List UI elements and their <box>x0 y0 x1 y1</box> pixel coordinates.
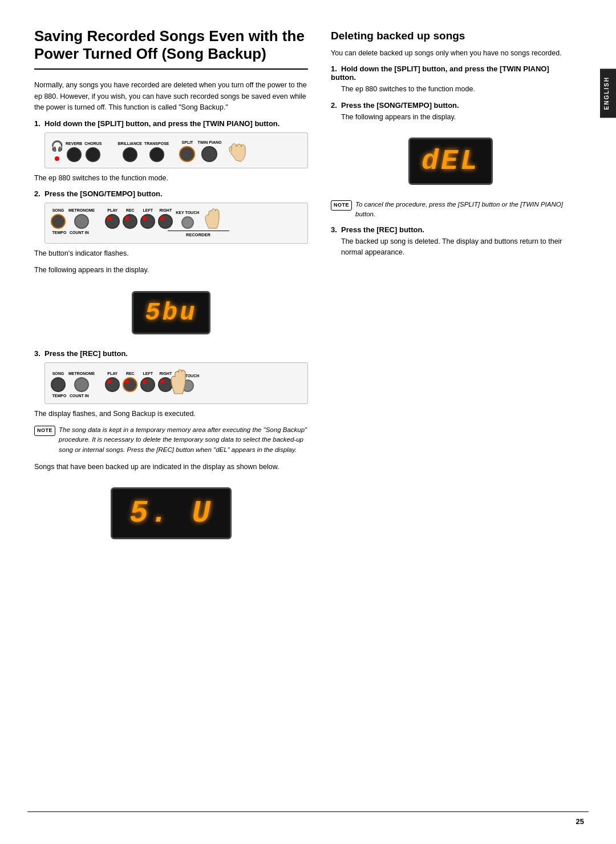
song-button-d3 <box>51 377 66 392</box>
hand-svg-3 <box>168 368 196 396</box>
right-step-2-sub: The following appears in the display. <box>341 112 570 123</box>
tempo-label-d3: TEMPO <box>52 394 67 398</box>
play-label-d2: PLAY <box>107 208 117 212</box>
chorus-btn-col: CHORUS <box>84 142 102 162</box>
step-2: 2. Press the [SONG/TEMPO] button. SONG <box>34 189 308 342</box>
lcd-del-center: dEL <box>331 130 570 193</box>
page-title: Saving Recorded Songs Even with the Powe… <box>34 27 308 70</box>
page: ENGLISH Saving Recorded Songs Even with … <box>0 0 616 844</box>
lcd-display-2-center: 5. U <box>34 479 308 547</box>
step-2-number: 2. <box>34 189 40 198</box>
chorus-button <box>86 147 100 162</box>
rec-btn-col-d3: REC <box>123 371 137 392</box>
left-button-d3 <box>140 377 155 392</box>
lcd-text-2: 5. U <box>129 496 213 531</box>
play-button-d3 <box>105 377 120 392</box>
right-indicator-d3 <box>160 379 164 383</box>
right-step-3-sub: The backed up song is deleted. The displ… <box>341 236 570 259</box>
left-button-d2 <box>140 214 155 229</box>
play-btn-col-d3: PLAY <box>105 371 120 392</box>
step-2-sub1: The button's indicator flashes. <box>34 248 308 259</box>
reverb-btn-col: REVERB <box>66 142 82 162</box>
right-step-3-text: Press the [REC] button. <box>341 225 424 234</box>
right-step-1-text: Hold down the [SPLIT] button, and press … <box>331 64 549 82</box>
twin-piano-label: TWIN PIANO <box>197 140 221 144</box>
main-content: Saving Recorded Songs Even with the Powe… <box>0 0 600 844</box>
songs-text: Songs that have been backed up are indic… <box>34 462 308 473</box>
hand-pointer-3 <box>168 368 196 398</box>
lcd-display-1-center: 5bu <box>34 283 308 342</box>
left-btn-col-d2: LEFT <box>140 208 155 229</box>
step-3-text: Press the [REC] button. <box>44 349 128 358</box>
metronome-label-d3: METRONOME <box>68 371 95 375</box>
step-1-text: Hold down the [SPLIT] button, and press … <box>44 119 279 128</box>
right-title: Deleting backed up songs <box>331 30 570 42</box>
step-1-label: 1. Hold down the [SPLIT] button, and pre… <box>34 119 308 128</box>
step-1: 1. Hold down the [SPLIT] button, and pre… <box>34 119 308 184</box>
diagram-3-content: SONG METRONOME PLAY <box>51 368 302 398</box>
hand-pointer-2 <box>203 208 226 232</box>
right-button-d2 <box>158 214 173 229</box>
step-3-label: 3. Press the [REC] button. <box>34 349 308 358</box>
right-step-2-number: 2. <box>331 101 337 110</box>
twin-piano-btn-col: TWIN PIANO <box>197 140 221 162</box>
note-box-2: NOTE To cancel the procedure, press the … <box>331 200 570 220</box>
song-label-d3: SONG <box>52 371 64 375</box>
keytouch-btn-col-d2: KEY TOUCH <box>176 211 199 229</box>
step-3-number: 3. <box>34 349 40 358</box>
left-label-d3: LEFT <box>143 371 153 375</box>
diagram-3: SONG METRONOME PLAY <box>44 362 308 404</box>
tempo-label-d2: TEMPO <box>52 231 67 237</box>
split-button <box>179 146 195 162</box>
diagram-2: SONG METRONOME PLAY <box>44 203 308 244</box>
bottom-rule <box>27 811 589 812</box>
countin-label-d3: COUNT IN <box>70 394 84 398</box>
diagram-2-row: SONG METRONOME PLAY <box>51 208 302 229</box>
hand-pointer-1 <box>225 138 251 164</box>
left-column: Saving Recorded Songs Even with the Powe… <box>34 27 308 821</box>
step-2-text: Press the [SONG/TEMPO] button. <box>44 189 163 198</box>
right-intro: You can delete backed up songs only when… <box>331 48 570 59</box>
brilliance-label: BRILLIANCE <box>118 142 142 146</box>
step-3-sub: The display flashes, and Song Backup is … <box>34 409 308 419</box>
song-button-d2 <box>51 214 66 229</box>
transpose-label: TRANSPOSE <box>144 142 169 146</box>
reverb-label: REVERB <box>66 142 82 146</box>
step-2-label: 2. Press the [SONG/TEMPO] button. <box>34 189 308 198</box>
right-step-3-number: 3. <box>331 225 337 234</box>
note-text-2: To cancel the procedure, press the [SPLI… <box>355 200 570 220</box>
intro-text: Normally, any songs you have recorded ar… <box>34 80 308 113</box>
rec-indicator-d3 <box>125 379 129 383</box>
brilliance-btn-col: BRILLIANCE <box>118 142 142 162</box>
rec-indicator-d2 <box>125 216 129 220</box>
metronome-btn-col-d3: METRONOME <box>68 371 95 392</box>
recorder-label: RECORDER <box>186 232 210 237</box>
left-indicator-d2 <box>143 216 147 220</box>
brilliance-button <box>123 147 137 162</box>
right-indicator-d2 <box>160 216 164 220</box>
right-step-2-label: 2. Press the [SONG/TEMPO] button. <box>331 101 570 110</box>
metronome-button-d2 <box>74 214 89 229</box>
headphone-icon: 🎧 <box>51 140 63 152</box>
diagram-2-content: SONG METRONOME PLAY <box>51 208 302 237</box>
rec-button-d2 <box>123 214 137 229</box>
play-label-d3: PLAY <box>107 371 117 375</box>
song-label-d2: SONG <box>52 208 64 212</box>
song-btn-col-d2: SONG <box>51 208 66 229</box>
right-step-2-text: Press the [SONG/TEMPO] button. <box>341 101 459 110</box>
lcd-del-text: dEL <box>422 145 480 177</box>
right-step-1-sub: The ep 880 switches to the function mode… <box>341 84 570 95</box>
play-indicator-d3 <box>107 379 111 383</box>
rec-btn-col-d2: REC <box>123 208 137 229</box>
power-indicator <box>55 156 59 161</box>
left-indicator-d3 <box>143 379 147 383</box>
lcd-text-1: 5bu <box>145 298 197 327</box>
chorus-label: CHORUS <box>84 142 102 146</box>
play-indicator-d2 <box>107 216 111 220</box>
play-button-d2 <box>105 214 120 229</box>
transpose-button <box>149 147 164 162</box>
right-step-1-number: 1. <box>331 64 337 73</box>
step-1-sub: The ep 880 switches to the function mode… <box>34 173 308 184</box>
right-btn-col-d2: RIGHT <box>158 208 173 229</box>
right-step-3-label: 3. Press the [REC] button. <box>331 225 570 234</box>
